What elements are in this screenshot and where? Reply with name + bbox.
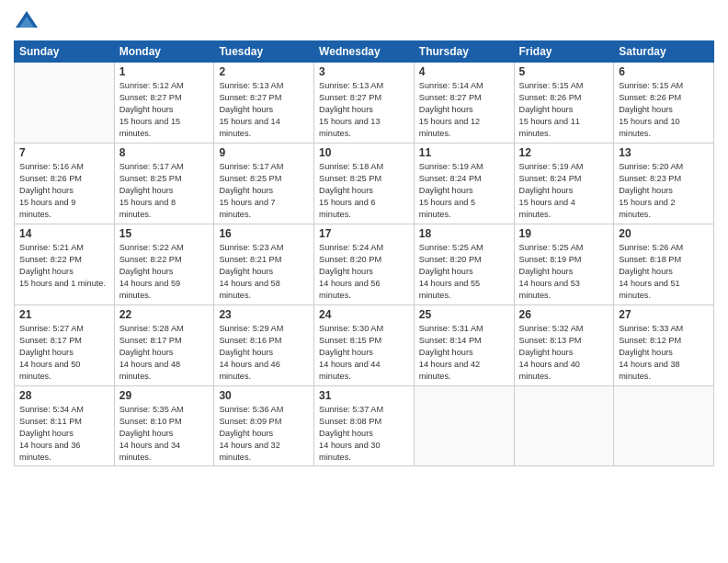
day-number: 20 (619, 227, 709, 240)
calendar-cell: 7Sunrise: 5:16 AMSunset: 8:26 PMDaylight… (15, 144, 115, 224)
day-info: Sunrise: 5:18 AMSunset: 8:25 PMDaylight … (319, 161, 409, 220)
calendar-cell: 26Sunrise: 5:32 AMSunset: 8:13 PMDayligh… (514, 305, 614, 386)
day-info: Sunrise: 5:15 AMSunset: 8:26 PMDaylight … (519, 80, 609, 139)
calendar-cell: 21Sunrise: 5:27 AMSunset: 8:17 PMDayligh… (15, 305, 115, 386)
calendar-cell: 11Sunrise: 5:19 AMSunset: 8:24 PMDayligh… (414, 144, 514, 224)
day-number: 1 (119, 65, 210, 78)
day-info: Sunrise: 5:21 AMSunset: 8:22 PMDaylight … (19, 242, 109, 290)
day-number: 22 (119, 308, 210, 321)
day-number: 17 (319, 227, 409, 240)
calendar-cell: 31Sunrise: 5:37 AMSunset: 8:08 PMDayligh… (314, 386, 415, 466)
day-number: 14 (19, 227, 109, 240)
calendar-cell (414, 386, 514, 466)
day-info: Sunrise: 5:30 AMSunset: 8:15 PMDaylight … (319, 323, 409, 382)
day-info: Sunrise: 5:16 AMSunset: 8:26 PMDaylight … (19, 161, 109, 220)
weekday-header-friday: Friday (514, 41, 614, 63)
calendar-cell: 29Sunrise: 5:35 AMSunset: 8:10 PMDayligh… (114, 386, 214, 466)
calendar-cell: 20Sunrise: 5:26 AMSunset: 8:18 PMDayligh… (614, 224, 714, 305)
day-info: Sunrise: 5:19 AMSunset: 8:24 PMDaylight … (519, 161, 609, 220)
weekday-header-thursday: Thursday (414, 41, 514, 63)
calendar-cell: 2Sunrise: 5:13 AMSunset: 8:27 PMDaylight… (214, 63, 314, 144)
calendar-cell: 17Sunrise: 5:24 AMSunset: 8:20 PMDayligh… (314, 224, 415, 305)
day-number: 25 (419, 308, 509, 321)
day-number: 27 (619, 308, 709, 321)
day-number: 3 (319, 65, 409, 78)
day-info: Sunrise: 5:32 AMSunset: 8:13 PMDaylight … (519, 323, 609, 382)
day-number: 8 (119, 146, 210, 159)
day-info: Sunrise: 5:28 AMSunset: 8:17 PMDaylight … (119, 323, 210, 382)
day-info: Sunrise: 5:36 AMSunset: 8:09 PMDaylight … (219, 404, 309, 463)
weekday-header-monday: Monday (114, 41, 214, 63)
day-info: Sunrise: 5:17 AMSunset: 8:25 PMDaylight … (219, 161, 309, 220)
logo (14, 9, 41, 35)
day-info: Sunrise: 5:22 AMSunset: 8:22 PMDaylight … (119, 242, 210, 301)
day-info: Sunrise: 5:15 AMSunset: 8:26 PMDaylight … (619, 80, 709, 139)
calendar-cell: 6Sunrise: 5:15 AMSunset: 8:26 PMDaylight… (614, 63, 714, 144)
calendar-cell: 18Sunrise: 5:25 AMSunset: 8:20 PMDayligh… (414, 224, 514, 305)
calendar-cell: 16Sunrise: 5:23 AMSunset: 8:21 PMDayligh… (214, 224, 314, 305)
calendar-table: SundayMondayTuesdayWednesdayThursdayFrid… (14, 40, 714, 466)
day-number: 28 (19, 389, 109, 402)
calendar-cell: 3Sunrise: 5:13 AMSunset: 8:27 PMDaylight… (314, 63, 415, 144)
calendar-cell: 4Sunrise: 5:14 AMSunset: 8:27 PMDaylight… (414, 63, 514, 144)
day-info: Sunrise: 5:26 AMSunset: 8:18 PMDaylight … (619, 242, 709, 301)
calendar-page: SundayMondayTuesdayWednesdayThursdayFrid… (0, 0, 728, 563)
day-info: Sunrise: 5:23 AMSunset: 8:21 PMDaylight … (219, 242, 309, 301)
day-number: 23 (219, 308, 309, 321)
day-info: Sunrise: 5:13 AMSunset: 8:27 PMDaylight … (319, 80, 409, 139)
calendar-week-row: 14Sunrise: 5:21 AMSunset: 8:22 PMDayligh… (15, 224, 714, 305)
day-number: 31 (319, 389, 409, 402)
day-number: 29 (119, 389, 210, 402)
day-number: 4 (419, 65, 509, 78)
calendar-header: SundayMondayTuesdayWednesdayThursdayFrid… (15, 41, 714, 63)
calendar-cell: 12Sunrise: 5:19 AMSunset: 8:24 PMDayligh… (514, 144, 614, 224)
day-number: 9 (219, 146, 309, 159)
weekday-header-sunday: Sunday (15, 41, 115, 63)
calendar-cell: 1Sunrise: 5:12 AMSunset: 8:27 PMDaylight… (114, 63, 214, 144)
calendar-week-row: 1Sunrise: 5:12 AMSunset: 8:27 PMDaylight… (15, 63, 714, 144)
calendar-cell: 9Sunrise: 5:17 AMSunset: 8:25 PMDaylight… (214, 144, 314, 224)
calendar-cell: 14Sunrise: 5:21 AMSunset: 8:22 PMDayligh… (15, 224, 115, 305)
weekday-header-saturday: Saturday (614, 41, 714, 63)
calendar-cell: 13Sunrise: 5:20 AMSunset: 8:23 PMDayligh… (614, 144, 714, 224)
calendar-week-row: 28Sunrise: 5:34 AMSunset: 8:11 PMDayligh… (15, 386, 714, 466)
day-number: 15 (119, 227, 210, 240)
day-info: Sunrise: 5:35 AMSunset: 8:10 PMDaylight … (119, 404, 210, 463)
calendar-cell: 22Sunrise: 5:28 AMSunset: 8:17 PMDayligh… (114, 305, 214, 386)
calendar-cell (15, 63, 115, 144)
day-number: 16 (219, 227, 309, 240)
calendar-cell: 10Sunrise: 5:18 AMSunset: 8:25 PMDayligh… (314, 144, 415, 224)
calendar-cell: 25Sunrise: 5:31 AMSunset: 8:14 PMDayligh… (414, 305, 514, 386)
day-number: 30 (219, 389, 309, 402)
day-number: 5 (519, 65, 609, 78)
day-number: 10 (319, 146, 409, 159)
day-info: Sunrise: 5:14 AMSunset: 8:27 PMDaylight … (419, 80, 509, 139)
day-number: 24 (319, 308, 409, 321)
calendar-cell (514, 386, 614, 466)
day-number: 13 (619, 146, 709, 159)
day-number: 26 (519, 308, 609, 321)
weekday-header-tuesday: Tuesday (214, 41, 314, 63)
day-info: Sunrise: 5:20 AMSunset: 8:23 PMDaylight … (619, 161, 709, 220)
day-number: 11 (419, 146, 509, 159)
calendar-cell: 28Sunrise: 5:34 AMSunset: 8:11 PMDayligh… (15, 386, 115, 466)
day-info: Sunrise: 5:13 AMSunset: 8:27 PMDaylight … (219, 80, 309, 139)
day-info: Sunrise: 5:33 AMSunset: 8:12 PMDaylight … (619, 323, 709, 382)
calendar-week-row: 21Sunrise: 5:27 AMSunset: 8:17 PMDayligh… (15, 305, 714, 386)
day-info: Sunrise: 5:31 AMSunset: 8:14 PMDaylight … (419, 323, 509, 382)
calendar-week-row: 7Sunrise: 5:16 AMSunset: 8:26 PMDaylight… (15, 144, 714, 224)
day-number: 19 (519, 227, 609, 240)
day-number: 18 (419, 227, 509, 240)
day-info: Sunrise: 5:24 AMSunset: 8:20 PMDaylight … (319, 242, 409, 301)
calendar-cell: 19Sunrise: 5:25 AMSunset: 8:19 PMDayligh… (514, 224, 614, 305)
day-info: Sunrise: 5:34 AMSunset: 8:11 PMDaylight … (19, 404, 109, 463)
calendar-cell: 30Sunrise: 5:36 AMSunset: 8:09 PMDayligh… (214, 386, 314, 466)
calendar-cell: 5Sunrise: 5:15 AMSunset: 8:26 PMDaylight… (514, 63, 614, 144)
day-number: 12 (519, 146, 609, 159)
day-info: Sunrise: 5:19 AMSunset: 8:24 PMDaylight … (419, 161, 509, 220)
calendar-cell: 8Sunrise: 5:17 AMSunset: 8:25 PMDaylight… (114, 144, 214, 224)
day-number: 6 (619, 65, 709, 78)
day-number: 21 (19, 308, 109, 321)
day-number: 2 (219, 65, 309, 78)
day-info: Sunrise: 5:29 AMSunset: 8:16 PMDaylight … (219, 323, 309, 382)
